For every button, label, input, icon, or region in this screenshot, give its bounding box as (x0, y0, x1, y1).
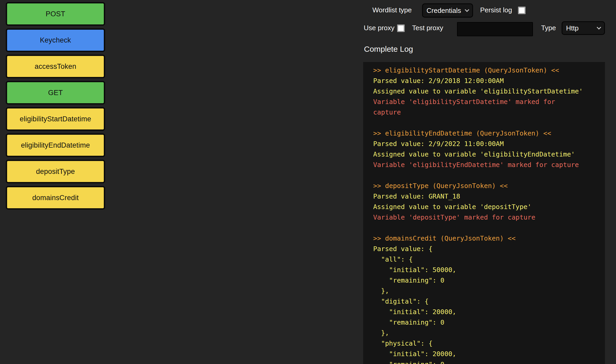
log-line: "initial": 20000, (373, 349, 595, 359)
test-proxy-label: Test proxy (412, 24, 443, 32)
config-block-label: Keycheck (40, 36, 71, 44)
log-line (373, 170, 595, 181)
config-block[interactable]: depositType (6, 160, 105, 183)
log-line: }, (373, 328, 595, 338)
config-block-label: POST (46, 10, 65, 18)
log-line: Variable 'eligibilityStartDatetime' mark… (373, 97, 595, 107)
log-panel[interactable]: >> eligibilityStartDatetime (QueryJsonTo… (363, 62, 605, 364)
proxy-type-label: Type (541, 24, 556, 32)
config-block-label: GET (48, 89, 63, 97)
config-block-label: depositType (36, 168, 75, 176)
log-line: "remaining": 0 (373, 359, 595, 364)
log-line: Assigned value to variable 'eligibilityS… (373, 86, 595, 97)
app: { "colors": { "green": "#5fc155", "blue"… (0, 0, 616, 364)
persist-log-checkbox[interactable] (518, 7, 526, 14)
log-line: Parsed value: GRANT_18 (373, 191, 595, 202)
wordlist-type-label: Wordlist type (372, 6, 412, 14)
config-block[interactable]: eligibilityStartDatetime (6, 107, 105, 131)
log-line: "physical": { (373, 338, 595, 349)
log-line: "remaining": 0 (373, 317, 595, 328)
log-line: "all": { (373, 254, 595, 265)
use-proxy-checkbox[interactable] (397, 24, 405, 32)
wordlist-type-select[interactable]: Credentials (422, 3, 473, 18)
chevron-down-icon (597, 25, 601, 30)
log-line (373, 118, 595, 128)
config-block[interactable]: GET (6, 81, 105, 105)
log-line: Variable 'eligibilityEndDatetime' marked… (373, 160, 595, 170)
config-block[interactable]: Keycheck (6, 28, 105, 52)
log-line: >> eligibilityStartDatetime (QueryJsonTo… (373, 65, 595, 76)
log-line: >> depositType (QueryJsonToken) << (373, 181, 595, 191)
log-line: "initial": 50000, (373, 265, 595, 275)
log-line: >> domainsCredit (QueryJsonToken) << (373, 233, 595, 244)
config-block-label: eligibilityStartDatetime (20, 115, 91, 123)
log-line: Assigned value to variable 'depositType' (373, 202, 595, 212)
log-line: }, (373, 286, 595, 296)
config-block-label: accessToken (35, 63, 76, 71)
log-line: Assigned value to variable 'eligibilityE… (373, 149, 595, 160)
proxy-type-value: Http (566, 24, 595, 32)
log-line: Parsed value: 2/9/2022 11:00:00AM (373, 139, 595, 149)
log-line: "remaining": 0 (373, 275, 595, 286)
wordlist-type-value: Credentials (427, 7, 463, 15)
config-block[interactable]: POST (6, 2, 105, 26)
log-line: "initial": 20000, (373, 307, 595, 317)
log-line (373, 223, 595, 233)
block-stack: POST Keycheck accessToken GET eligibilit… (6, 2, 105, 210)
log-title: Complete Log (364, 45, 413, 54)
config-block[interactable]: accessToken (6, 55, 105, 78)
log-line: capture (373, 107, 595, 118)
persist-log-label: Persist log (480, 6, 512, 14)
log-line: Variable 'depositType' marked for captur… (373, 212, 595, 223)
test-proxy-input[interactable] (457, 22, 533, 36)
log-line: "digital": { (373, 296, 595, 307)
chevron-down-icon (465, 8, 469, 12)
use-proxy-label: Use proxy (364, 24, 394, 32)
config-block[interactable]: eligibilityEndDatetime (6, 133, 105, 157)
config-block-label: domainsCredit (32, 194, 79, 202)
proxy-type-select[interactable]: Http (562, 21, 605, 35)
log-line: >> eligibilityEndDatetime (QueryJsonToke… (373, 128, 595, 139)
config-block-label: eligibilityEndDatetime (21, 141, 90, 149)
log-line: Parsed value: 2/9/2018 12:00:00AM (373, 76, 595, 86)
log-line: Parsed value: { (373, 244, 595, 254)
config-block[interactable]: domainsCredit (6, 186, 105, 210)
